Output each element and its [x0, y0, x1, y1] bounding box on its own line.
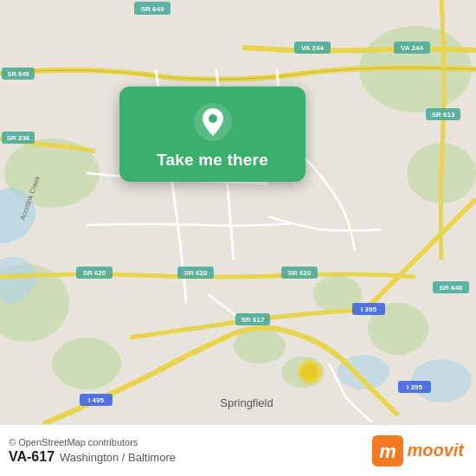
svg-text:VA 244: VA 244 — [301, 44, 324, 52]
svg-text:SR 620: SR 620 — [288, 269, 312, 277]
svg-text:SR 613: SR 613 — [432, 111, 455, 119]
moovit-icon: m — [372, 435, 403, 466]
moovit-brand-text: moovit — [407, 441, 464, 460]
svg-text:SR 648: SR 648 — [440, 284, 463, 292]
svg-text:SR 236: SR 236 — [7, 134, 30, 142]
svg-text:SR 620: SR 620 — [184, 269, 208, 277]
svg-text:Springfield: Springfield — [220, 396, 273, 409]
svg-text:SR 649: SR 649 — [141, 5, 164, 13]
map-container: Accotink Creek SR 649 — [0, 0, 476, 424]
svg-text:SR 617: SR 617 — [241, 316, 265, 324]
svg-point-8 — [234, 329, 286, 363]
svg-text:SR 620: SR 620 — [83, 269, 106, 277]
svg-point-3 — [52, 338, 121, 389]
copyright-text: © OpenStreetMap contributors — [9, 437, 138, 447]
svg-text:I 495: I 495 — [88, 396, 104, 404]
location-pin-icon — [193, 102, 233, 142]
svg-point-43 — [301, 363, 318, 381]
location-info: © OpenStreetMap contributors VA-617 Wash… — [9, 437, 176, 465]
svg-text:SR 649: SR 649 — [7, 70, 29, 78]
bottom-bar: © OpenStreetMap contributors VA-617 Wash… — [0, 424, 476, 476]
svg-text:VA 244: VA 244 — [401, 44, 423, 52]
moovit-logo: m moovit — [372, 435, 464, 466]
navigation-popup[interactable]: Take me there — [119, 87, 306, 182]
svg-point-45 — [209, 114, 217, 123]
city-label: Washington / Baltimore — [60, 451, 176, 464]
take-me-there-button[interactable]: Take me there — [157, 151, 268, 170]
road-label: VA-617 — [9, 449, 55, 465]
svg-text:I 395: I 395 — [407, 383, 422, 391]
svg-text:I 395: I 395 — [361, 306, 376, 313]
svg-text:m: m — [380, 441, 397, 462]
